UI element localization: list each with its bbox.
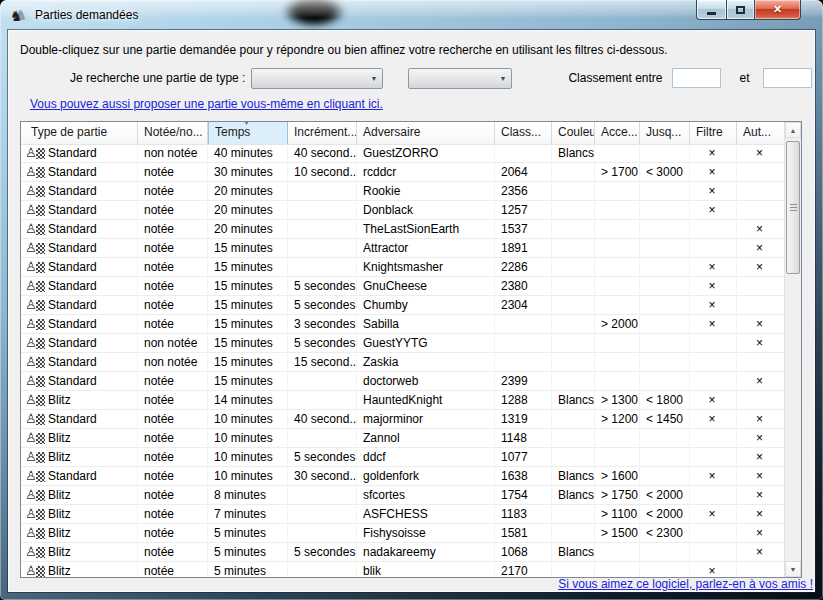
game-type-combo[interactable]: ▼ [251,68,383,89]
game-type-label: Blitz [48,486,71,504]
column-header-10[interactable]: Aut... [737,122,784,144]
cell-2: 10 minutes [208,429,288,448]
cell-2: 10 minutes [208,410,288,429]
cell-5: 1183 [495,505,552,524]
scroll-down-button[interactable]: ▼ [785,561,801,577]
pawn-chessboard-icon: ♙ [25,412,45,426]
scroll-up-button[interactable]: ▲ [785,122,801,138]
cell-0: ♙Standard [21,315,138,334]
cell-2: 15 minutes [208,239,288,258]
cell-1: non notée [138,353,208,372]
cell-4: GnuCheese [357,277,495,296]
cell-7: > 1200 [595,410,640,429]
cell-6 [552,562,595,578]
table-row[interactable]: ♙Standardnotée10 minutes30 second...gold… [21,467,784,486]
table-row[interactable]: ♙Blitznotée7 minutesASFCHESS1183> 1100< … [21,505,784,524]
cell-2: 20 minutes [208,220,288,239]
title-bar[interactable]: ♞♞ Parties demandées ✕ [0,0,823,30]
cell-8 [640,467,690,486]
cell-0: ♙Blitz [21,391,138,410]
column-header-3[interactable]: Incrément... [288,122,357,144]
table-row[interactable]: ♙Blitznotée8 minutessfcortes1754Blancs> … [21,486,784,505]
cell-8 [640,220,690,239]
column-header-4[interactable]: Adversaire [357,122,495,144]
cell-1: notée [138,239,208,258]
scrollbar-thumb[interactable] [786,141,800,274]
tell-your-friends-link[interactable]: Si vous aimez ce logiciel, parlez-en à v… [558,577,813,591]
cell-2: 20 minutes [208,201,288,220]
minimize-button[interactable] [696,0,726,20]
cell-0: ♙Blitz [21,543,138,562]
vertical-scrollbar[interactable]: ▲ ▼ [784,122,801,577]
table-row[interactable]: ♙Standardnon notée15 minutes15 second...… [21,353,784,372]
pawn-chessboard-icon: ♙ [25,526,45,540]
game-subtype-combo[interactable]: ▼ [408,68,512,89]
maximize-button[interactable] [726,0,755,20]
rating-max-input[interactable] [763,68,812,88]
column-header-5[interactable]: Class... [495,122,552,144]
table-header: Type de partieNotée/no...Temps▼Incrément… [21,122,784,145]
rating-min-input[interactable] [672,68,721,88]
cell-8 [640,315,690,334]
cell-9: × [690,182,737,201]
cell-3: 5 secondes [288,296,357,315]
cell-7 [595,429,640,448]
cell-10: × [737,258,784,277]
propose-game-link[interactable]: Vous pouvez aussi proposer une partie vo… [30,97,383,111]
table-row[interactable]: ♙Standardnon notée15 minutes5 secondesGu… [21,334,784,353]
column-header-1[interactable]: Notée/no... [138,122,208,144]
column-header-0[interactable]: Type de partie [21,122,138,144]
cell-4: majorminor [357,410,495,429]
game-type-label: Standard [48,239,97,257]
table-row[interactable]: ♙Standardnotée15 minutesdoctorweb2399× [21,372,784,391]
column-header-9[interactable]: Filtre [690,122,737,144]
cell-7 [595,201,640,220]
cell-1: notée [138,391,208,410]
close-button[interactable]: ✕ [755,0,801,20]
parties-demandees-window: ♞♞ Parties demandées ✕ Double-cliquez su… [0,0,823,600]
table-row[interactable]: ♙Standardnotée15 minutes3 secondesSabill… [21,315,784,334]
cell-10 [737,163,784,182]
column-header-2[interactable]: Temps▼ [208,122,288,144]
cell-2: 5 minutes [208,562,288,578]
cell-5: 2304 [495,296,552,315]
game-type-label: Standard [48,315,97,333]
table-row[interactable]: ♙Standardnotée15 minutesKnightsmasher228… [21,258,784,277]
cell-6: Blancs [552,144,595,163]
column-header-8[interactable]: Jusq... [640,122,690,144]
pawn-chessboard-icon: ♙ [25,450,45,464]
cell-9: × [690,296,737,315]
table-row[interactable]: ♙Standardnotée10 minutes40 second...majo… [21,410,784,429]
table-row[interactable]: ♙Standardnotée20 minutesRookie2356× [21,182,784,201]
cell-0: ♙Standard [21,239,138,258]
table-row[interactable]: ♙Blitznotée5 minutesFishysoisse1581> 150… [21,524,784,543]
table-row[interactable]: ♙Standardnotée15 minutesAttractor1891× [21,239,784,258]
game-type-label: Standard [48,144,97,162]
table-row[interactable]: ♙Standardnon notée40 minutes40 second...… [21,144,784,163]
table-row[interactable]: ♙Blitznotée5 minutes5 secondesnadakareem… [21,543,784,562]
table-row[interactable]: ♙Blitznotée5 minutesblik2170× [21,562,784,577]
cell-9: × [690,201,737,220]
cell-1: notée [138,277,208,296]
table-row[interactable]: ♙Blitznotée14 minutesHauntedKnight1288Bl… [21,391,784,410]
cell-7 [595,543,640,562]
table-row[interactable]: ♙Blitznotée10 minutes5 secondesddcf1077× [21,448,784,467]
table-row[interactable]: ♙Blitznotée10 minutesZannol1148× [21,429,784,448]
cell-5: 1537 [495,220,552,239]
table-row[interactable]: ♙Standardnotée15 minutes5 secondesChumby… [21,296,784,315]
cell-4: nadakareemy [357,543,495,562]
table-row[interactable]: ♙Standardnotée20 minutesTheLastSionEarth… [21,220,784,239]
column-header-6[interactable]: Couleur [552,122,595,144]
cell-9 [690,543,737,562]
column-header-7[interactable]: Acce... [595,122,640,144]
cell-8 [640,239,690,258]
table-row[interactable]: ♙Standardnotée30 minutes10 second...rcdd… [21,163,784,182]
cell-7 [595,372,640,391]
cell-6 [552,524,595,543]
cell-2: 10 minutes [208,448,288,467]
game-type-label: Standard [48,372,97,390]
cell-1: notée [138,410,208,429]
table-row[interactable]: ♙Standardnotée20 minutesDonblack1257× [21,201,784,220]
cell-0: ♙Standard [21,220,138,239]
table-row[interactable]: ♙Standardnotée15 minutes5 secondesGnuChe… [21,277,784,296]
